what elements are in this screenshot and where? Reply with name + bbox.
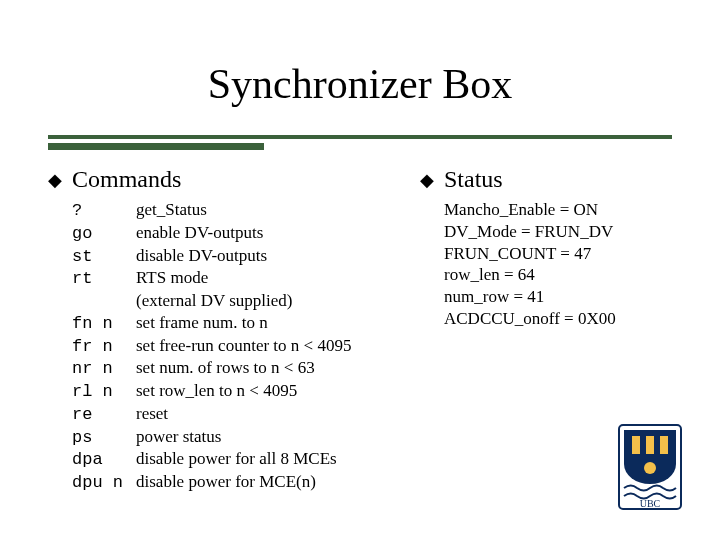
command-row: goenable DV-outputs: [72, 222, 388, 245]
command-row: dpu ndisable power for MCE(n): [72, 471, 388, 494]
commands-heading: ◆ Commands: [48, 166, 388, 193]
bullet-icon: ◆: [420, 171, 434, 189]
title-underline: [48, 135, 672, 151]
command-desc: power status: [136, 426, 221, 448]
command-row: stdisable DV-outputs: [72, 245, 388, 268]
command-code: fn n: [72, 313, 136, 335]
status-item: row_len = 64: [444, 264, 680, 286]
status-list: Mancho_Enable = ON DV_Mode = FRUN_DV FRU…: [444, 199, 680, 330]
commands-heading-text: Commands: [72, 166, 181, 193]
command-code: re: [72, 404, 136, 426]
command-row: fr nset free-run counter to n < 4095: [72, 335, 388, 358]
command-code: go: [72, 223, 136, 245]
command-code: fr n: [72, 336, 136, 358]
command-row: dpadisable power for all 8 MCEs: [72, 448, 388, 471]
command-desc: set frame num. to n: [136, 312, 268, 334]
svg-text:UBC: UBC: [640, 498, 661, 509]
command-row: rtRTS mode: [72, 267, 388, 290]
command-code: nr n: [72, 358, 136, 380]
command-desc: set num. of rows to n < 63: [136, 357, 315, 379]
status-item: Mancho_Enable = ON: [444, 199, 680, 221]
underline-thick: [48, 143, 264, 150]
command-desc: reset: [136, 403, 168, 425]
status-heading: ◆ Status: [420, 166, 680, 193]
command-desc: disable power for MCE(n): [136, 471, 316, 493]
bullet-icon: ◆: [48, 171, 62, 189]
command-desc: RTS mode: [136, 267, 208, 289]
command-row: nr nset num. of rows to n < 63: [72, 357, 388, 380]
command-desc: set free-run counter to n < 4095: [136, 335, 351, 357]
svg-point-4: [644, 462, 656, 474]
command-code: rt: [72, 268, 136, 290]
command-desc: (external DV supplied): [136, 290, 292, 312]
command-code: ?: [72, 200, 136, 222]
command-desc: enable DV-outputs: [136, 222, 263, 244]
command-desc: set row_len to n < 4095: [136, 380, 297, 402]
command-desc: disable power for all 8 MCEs: [136, 448, 337, 470]
commands-column: ◆ Commands ?get_Status goenable DV-outpu…: [48, 166, 388, 494]
command-row: rereset: [72, 403, 388, 426]
command-code: dpa: [72, 449, 136, 471]
command-desc: get_Status: [136, 199, 207, 221]
underline-thin: [48, 135, 672, 139]
ubc-logo-icon: UBC: [618, 424, 682, 510]
svg-rect-2: [646, 436, 654, 454]
command-row: pspower status: [72, 426, 388, 449]
status-item: num_row = 41: [444, 286, 680, 308]
status-item: DV_Mode = FRUN_DV: [444, 221, 680, 243]
command-code: rl n: [72, 381, 136, 403]
command-code: dpu n: [72, 472, 136, 494]
command-code: st: [72, 246, 136, 268]
svg-rect-3: [660, 436, 668, 454]
command-row: fn nset frame num. to n: [72, 312, 388, 335]
status-heading-text: Status: [444, 166, 503, 193]
command-row: ?get_Status: [72, 199, 388, 222]
command-row: (external DV supplied): [72, 290, 388, 312]
slide-title: Synchronizer Box: [0, 60, 720, 108]
command-code: ps: [72, 427, 136, 449]
status-item: FRUN_COUNT = 47: [444, 243, 680, 265]
commands-table: ?get_Status goenable DV-outputs stdisabl…: [72, 199, 388, 494]
slide: Synchronizer Box ◆ Commands ?get_Status …: [0, 0, 720, 540]
command-desc: disable DV-outputs: [136, 245, 267, 267]
command-row: rl nset row_len to n < 4095: [72, 380, 388, 403]
svg-rect-1: [632, 436, 640, 454]
status-item: ACDCCU_onoff = 0X00: [444, 308, 680, 330]
content-columns: ◆ Commands ?get_Status goenable DV-outpu…: [48, 166, 672, 494]
